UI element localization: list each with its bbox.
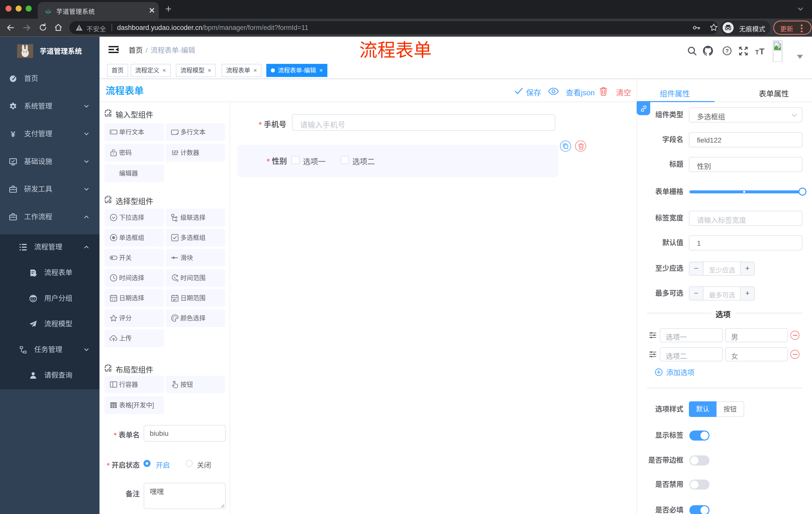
svg-text:123: 123 — [172, 150, 178, 154]
svg-text:¥: ¥ — [11, 130, 15, 138]
svg-text:?: ? — [725, 48, 729, 54]
svg-text:T: T — [755, 49, 759, 55]
svg-text:T: T — [759, 47, 764, 55]
